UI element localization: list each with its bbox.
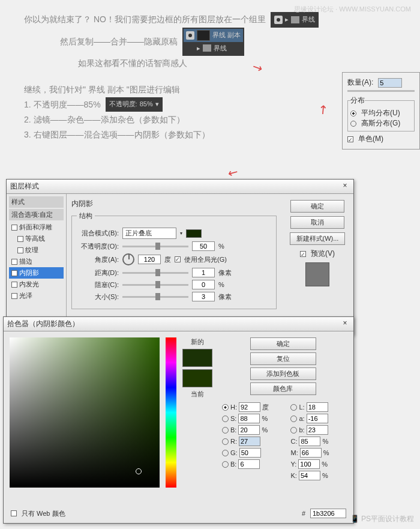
gaussian-label: 高斯分布(G) [361, 118, 400, 128]
opacity-input[interactable] [192, 241, 215, 251]
Bv-input[interactable] [238, 425, 260, 435]
ls-item-bevel[interactable]: 斜面和浮雕 [9, 222, 64, 233]
ls-item-satin[interactable]: 光泽 [9, 290, 64, 301]
ls-item-texture[interactable]: 纹理 [9, 244, 64, 256]
choke-input[interactable] [192, 280, 215, 289]
radio-Bv[interactable] [222, 427, 229, 434]
radio-uniform[interactable] [350, 110, 356, 116]
ls-item-stroke[interactable]: 描边 [9, 256, 64, 267]
color-cursor[interactable] [136, 468, 142, 474]
layers-list[interactable]: 界线 副本 ▸界线 [182, 28, 244, 56]
size-slider[interactable] [122, 296, 188, 298]
distance-slider[interactable] [122, 272, 188, 274]
hex-input[interactable] [310, 509, 346, 518]
layer-name: 界线 [214, 43, 227, 55]
reset-button[interactable]: 复位 [250, 352, 316, 365]
ok-button[interactable]: 确定 [290, 200, 344, 213]
eye-icon[interactable] [274, 16, 283, 24]
radio-R[interactable] [222, 438, 229, 445]
layer-thumb [197, 30, 210, 41]
L-input[interactable] [307, 402, 328, 412]
shadow-color-swatch[interactable] [186, 229, 202, 238]
preview-checkbox[interactable] [300, 251, 306, 257]
mono-checkbox[interactable] [347, 136, 353, 142]
opacity-slider[interactable] [122, 246, 188, 247]
distance-input[interactable] [192, 268, 215, 277]
noise-panel: 数量(A): 分布 平均分布(U) 高斯分布(G) 单色(M) [342, 72, 420, 150]
C-input[interactable] [299, 437, 320, 446]
a-input[interactable] [307, 414, 328, 423]
layer-name: 界线 [302, 14, 315, 26]
struct-legend: 结构 [77, 211, 95, 220]
ls-titlebar[interactable]: 图层样式 × [7, 180, 353, 194]
ls-hdr-blend[interactable]: 混合选项:自定 [9, 209, 64, 220]
opacity-value: 85% [140, 98, 153, 110]
step2: 2. 滤镜——杂色——添加杂色（参数如下） [24, 112, 396, 127]
ls-hdr-styles[interactable]: 样式 [9, 196, 64, 208]
radio-b[interactable] [290, 427, 297, 434]
folder-icon [203, 44, 211, 52]
S-input[interactable] [238, 414, 260, 423]
preview-swatch [305, 262, 329, 286]
distribution-group: 分布 平均分布(U) 高斯分布(G) [347, 95, 415, 131]
step1: 1. 不透明度——85% [24, 97, 101, 112]
M-input[interactable] [300, 448, 322, 458]
blend-label: 混合模式(B): [77, 229, 119, 238]
radio-gaussian[interactable] [350, 121, 356, 127]
opacity-label: 不透明度: [109, 98, 137, 110]
addswatch-button[interactable]: 添加到色板 [250, 367, 316, 380]
radio-a[interactable] [290, 416, 297, 422]
K-input[interactable] [299, 471, 320, 480]
radio-Bb[interactable] [222, 461, 229, 468]
new-color-swatch [182, 349, 212, 367]
color-field[interactable] [10, 337, 160, 488]
ok-button[interactable]: 确定 [250, 337, 316, 350]
ls-section-title: 内阴影 [71, 199, 277, 209]
cancel-button[interactable]: 取消 [290, 216, 344, 229]
ls-structure: 结构 混合模式(B):正片叠底▾ 不透明度(O):% 角度(A):度使用全局光(… [71, 211, 277, 309]
opacity-label: 不透明度(O): [77, 242, 119, 251]
close-icon[interactable]: × [340, 181, 350, 192]
angle-input[interactable] [138, 255, 161, 264]
global-label: 使用全局光(G) [184, 255, 227, 264]
layer-style-dialog: 图层样式 × 样式 混合选项:自定 斜面和浮雕 等高线 纹理 描边 内阴影 内发… [6, 179, 354, 335]
choke-label: 阻塞(C): [77, 280, 119, 289]
radio-G[interactable] [222, 450, 229, 456]
ls-title: 图层样式 [10, 181, 39, 192]
eye-icon[interactable] [186, 31, 194, 40]
tutorial-line3: 如果这都看不懂的话智商感人 [78, 56, 187, 71]
size-input[interactable] [192, 292, 215, 301]
webonly-checkbox[interactable] [11, 510, 17, 516]
colorlib-button[interactable]: 颜色库 [250, 382, 316, 395]
radio-L[interactable] [290, 404, 297, 411]
b-input[interactable] [307, 425, 328, 435]
G-input[interactable] [239, 448, 261, 458]
newstyle-button[interactable]: 新建样式(W)... [290, 232, 346, 245]
cp-titlebar[interactable]: 拾色器（内阴影颜色） × [4, 317, 353, 331]
hex-label: # [302, 510, 305, 517]
H-input[interactable] [239, 402, 260, 412]
blend-select[interactable]: 正片叠底 [122, 228, 176, 239]
ls-item-contour[interactable]: 等高线 [9, 233, 64, 244]
mono-label: 单色(M) [358, 134, 383, 144]
tutorial-line2: 然后复制——合并——隐藏原稿 [60, 34, 178, 49]
Bb-input[interactable] [238, 459, 260, 469]
ls-item-innerglow[interactable]: 内发光 [9, 279, 64, 290]
global-light-checkbox[interactable] [175, 256, 181, 262]
close-icon[interactable]: × [340, 319, 350, 329]
bottom-watermark: 📱 PS平面设计教程 [350, 514, 414, 524]
ls-style-list: 样式 混合选项:自定 斜面和浮雕 等高线 纹理 描边 内阴影 内发光 光泽 [7, 194, 67, 326]
color-picker-dialog: 拾色器（内阴影颜色） × 新的 当前 确定 复位 添加到色板 颜色库 H:度 S… [3, 316, 354, 524]
R-input[interactable] [239, 437, 260, 446]
opacity-widget[interactable]: 不透明度: 85%▾ [106, 97, 163, 112]
radio-H[interactable] [222, 404, 229, 411]
angle-dial[interactable] [122, 253, 134, 265]
ls-item-innershadow[interactable]: 内阴影 [9, 267, 64, 279]
layers-group[interactable]: ▸界线 [271, 12, 319, 28]
hue-slider[interactable] [166, 337, 176, 488]
Y-input[interactable] [298, 459, 320, 469]
choke-slider[interactable] [122, 284, 188, 286]
radio-S[interactable] [222, 416, 229, 422]
amount-input[interactable] [378, 78, 402, 88]
amount-slider[interactable] [347, 90, 415, 92]
